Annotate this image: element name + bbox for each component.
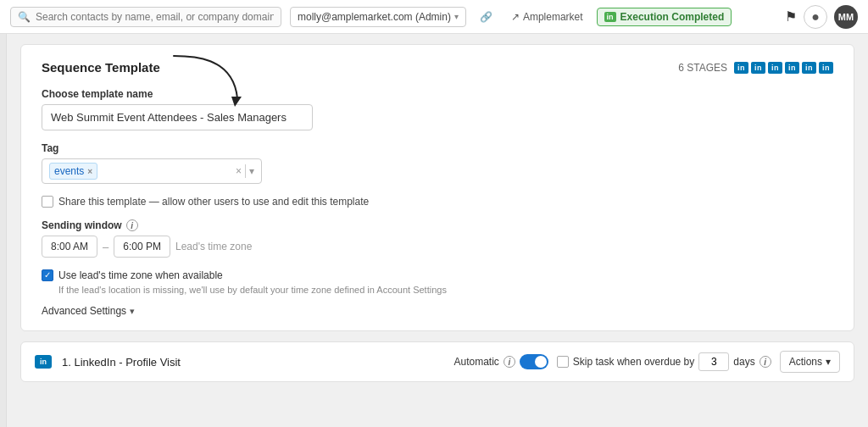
- tag-clear-icon[interactable]: ×: [236, 165, 242, 177]
- stages-info: 6 STAGES in in in in in in: [678, 62, 833, 74]
- automatic-toggle[interactable]: [520, 354, 548, 369]
- account-chevron-icon: ▾: [454, 12, 459, 21]
- execution-status-text: Execution Completed: [620, 11, 725, 23]
- actions-chevron-icon: ▾: [826, 356, 831, 368]
- share-checkbox[interactable]: [42, 196, 53, 208]
- tag-field-group: Tag events × × ▾: [42, 142, 833, 184]
- account-email: molly@amplemarket.com (Admin): [298, 11, 451, 23]
- share-checkbox-row: Share this template — allow other users …: [42, 196, 833, 208]
- time-start-button[interactable]: 8:00 AM: [42, 236, 97, 258]
- li-badge-4: in: [785, 62, 799, 74]
- user-avatar[interactable]: MM: [834, 5, 858, 29]
- search-icon: 🔍: [18, 11, 31, 23]
- sending-window-field-group: Sending window i 8:00 AM – 6:00 PM Lead'…: [42, 219, 833, 258]
- account-selector[interactable]: molly@amplemarket.com (Admin) ▾: [290, 7, 466, 27]
- tag-field-icons: × ▾: [236, 164, 254, 178]
- tag-chip: events ×: [49, 163, 97, 180]
- center-panel: Sequence Template 6 STAGES in in in in i…: [7, 34, 868, 427]
- tag-chevron-icon[interactable]: ▾: [249, 165, 254, 177]
- notification-icon[interactable]: ●: [804, 5, 827, 29]
- sequence-template-card: Sequence Template 6 STAGES in in in in i…: [20, 44, 854, 331]
- sending-window-row: 8:00 AM – 6:00 PM Lead's time zone: [42, 236, 833, 258]
- li-badge-1: in: [734, 62, 748, 74]
- left-sidebar: [0, 34, 7, 427]
- actions-label: Actions: [789, 356, 822, 368]
- link-button[interactable]: 🔗: [475, 8, 498, 25]
- use-lead-timezone-row: Use lead's time zone when available: [42, 269, 833, 281]
- days-input[interactable]: [698, 352, 729, 371]
- li-badges-group: in in in in in in: [734, 62, 833, 74]
- link-icon: 🔗: [480, 11, 492, 23]
- external-link-icon: ↗: [511, 11, 520, 23]
- time-end-button[interactable]: 6:00 PM: [114, 236, 170, 258]
- search-bar[interactable]: 🔍: [10, 7, 281, 27]
- card-header: Sequence Template 6 STAGES in in in in i…: [42, 60, 833, 75]
- step-bottom-bar: in 1. LinkedIn - Profile Visit Automatic…: [20, 341, 854, 382]
- share-label-text: Share this template — allow other users …: [58, 196, 369, 208]
- automatic-info-icon[interactable]: i: [504, 356, 515, 368]
- skip-row: Skip task when overdue by days i: [557, 352, 771, 371]
- template-name-label: Choose template name: [42, 88, 833, 100]
- linkedin-icon-green: in: [604, 12, 616, 22]
- automatic-row: Automatic i: [454, 354, 548, 369]
- sequence-template-title: Sequence Template: [42, 60, 160, 75]
- step-title: 1. LinkedIn - Profile Visit: [62, 356, 181, 369]
- nav-right-icons: ⚑ ● MM: [785, 5, 858, 29]
- days-info-icon[interactable]: i: [760, 356, 771, 368]
- days-label: days: [733, 356, 754, 368]
- advanced-settings-row[interactable]: Advanced Settings ▾: [42, 305, 833, 317]
- actions-button[interactable]: Actions ▾: [780, 351, 840, 373]
- li-badge-3: in: [768, 62, 782, 74]
- tag-input-field[interactable]: events × × ▾: [42, 158, 262, 184]
- use-lead-timezone-checkbox[interactable]: [42, 269, 53, 281]
- li-badge-5: in: [802, 62, 816, 74]
- advanced-chevron-icon: ▾: [130, 306, 135, 317]
- amplemarket-link[interactable]: ↗ Amplemarket: [506, 8, 588, 25]
- timezone-label: Lead's time zone: [175, 241, 252, 252]
- execution-status-badge: in Execution Completed: [597, 8, 732, 26]
- template-name-field-group: Choose template name: [42, 88, 833, 130]
- li-badge-2: in: [751, 62, 765, 74]
- skip-checkbox[interactable]: [557, 356, 569, 368]
- tag-remove-button[interactable]: ×: [87, 167, 92, 176]
- stages-label: 6 STAGES: [678, 62, 727, 74]
- step-li-badge: in: [35, 355, 52, 369]
- tag-label: Tag: [42, 142, 833, 154]
- use-lead-timezone-label: Use lead's time zone when available: [58, 269, 223, 281]
- timezone-note: If the lead's location is missing, we'll…: [58, 285, 833, 295]
- time-separator: –: [103, 241, 108, 253]
- li-badge-6: in: [819, 62, 833, 74]
- sending-window-info-icon[interactable]: i: [126, 219, 138, 231]
- step-controls: Automatic i Skip task when overdue by da…: [454, 351, 841, 373]
- search-input[interactable]: [36, 11, 274, 23]
- skip-label: Skip task when overdue by: [573, 356, 694, 368]
- advanced-settings-label: Advanced Settings: [42, 305, 126, 317]
- account-name-label: Amplemarket: [523, 11, 583, 23]
- tag-chip-text: events: [54, 165, 84, 177]
- main-content: Sequence Template 6 STAGES in in in in i…: [0, 34, 868, 427]
- automatic-label: Automatic: [454, 356, 499, 368]
- top-navigation: 🔍 molly@amplemarket.com (Admin) ▾ 🔗 ↗ Am…: [0, 0, 868, 34]
- avatar-initials: MM: [838, 12, 854, 22]
- template-name-input[interactable]: [42, 104, 313, 130]
- sending-window-label: Sending window: [42, 219, 122, 231]
- flag-icon[interactable]: ⚑: [785, 8, 797, 25]
